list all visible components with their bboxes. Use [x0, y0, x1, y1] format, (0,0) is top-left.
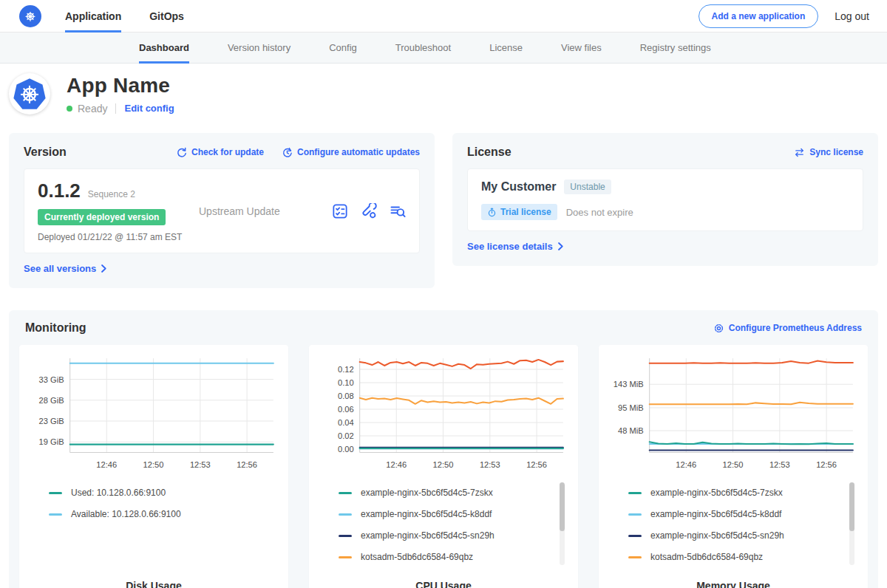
- tab-config[interactable]: Config: [329, 33, 357, 64]
- legend-item: example-nginx-5bc6f5d4c5-sn29h: [339, 525, 569, 547]
- svg-text:12:50: 12:50: [723, 460, 744, 469]
- svg-text:143 MiB: 143 MiB: [614, 380, 644, 389]
- disk-usage-chart-card: 12:4612:5012:5312:5619 GiB23 GiB28 GiB33…: [19, 345, 288, 588]
- deploy-logs-icon[interactable]: [390, 203, 406, 219]
- svg-text:12:46: 12:46: [386, 460, 407, 469]
- svg-text:23 GiB: 23 GiB: [39, 417, 64, 425]
- legend-series-label: Used: 10.128.0.66:9100: [71, 488, 166, 498]
- legend-series-label: example-nginx-5bc6f5d4c5-sn29h: [650, 530, 784, 541]
- legend-series-label: example-nginx-5bc6f5d4c5-7zskx: [361, 488, 493, 498]
- chart-title-memory: Memory Usage: [606, 572, 860, 588]
- see-all-versions-label: See all versions: [24, 263, 96, 274]
- cpu-usage-chart-card: 12:4612:5012:5312:560.000.020.040.060.08…: [309, 345, 578, 588]
- top-nav: Application GitOps Add a new application…: [0, 0, 887, 33]
- svg-text:48 MiB: 48 MiB: [618, 426, 644, 435]
- version-source-label: Upstream Update: [199, 205, 280, 217]
- divider: [115, 103, 116, 114]
- chart-title-disk: Disk Usage: [27, 572, 281, 588]
- legend-item: example-nginx-5bc6f5d4c5-7zskx: [339, 482, 569, 504]
- legend-series-label: kotsadm-5db6dc6584-69qbz: [361, 552, 473, 562]
- scrollbar-thumb[interactable]: [849, 482, 854, 531]
- preflight-checks-icon[interactable]: [332, 203, 348, 219]
- tab-troubleshoot[interactable]: Troubleshoot: [395, 33, 451, 64]
- chart-title-cpu: CPU Usage: [316, 572, 571, 588]
- legend-series-dash: [339, 492, 352, 494]
- sync-arrows-icon: [794, 147, 805, 158]
- legend-series-label: Available: 10.128.0.66:9100: [71, 509, 181, 519]
- svg-text:0.02: 0.02: [338, 431, 354, 440]
- tab-dashboard[interactable]: Dashboard: [139, 33, 189, 64]
- disk-usage-chart: 12:4612:5012:5312:5619 GiB23 GiB28 GiB33…: [27, 354, 281, 476]
- edit-config-link[interactable]: Edit config: [124, 103, 174, 114]
- tab-license[interactable]: License: [489, 33, 523, 64]
- legend-series-label: example-nginx-5bc6f5d4c5-7zskx: [650, 488, 783, 498]
- topnav-tab-gitops[interactable]: GitOps: [149, 0, 184, 33]
- svg-text:12:46: 12:46: [676, 460, 696, 469]
- config-wrench-icon[interactable]: [361, 203, 377, 219]
- schedule-update-icon: [282, 147, 293, 158]
- chevron-right-icon: [558, 242, 563, 250]
- channel-badge: Unstable: [564, 180, 611, 194]
- kubernetes-logo-icon[interactable]: [19, 5, 41, 27]
- current-version-card: 0.1.2 Sequence 2 Currently deployed vers…: [24, 168, 420, 253]
- legend-scrollbar[interactable]: [560, 482, 565, 565]
- legend-series-label: example-nginx-5bc6f5d4c5-k8ddf: [361, 509, 492, 519]
- svg-text:19 GiB: 19 GiB: [39, 437, 64, 446]
- legend-item: example-nginx-5bc6f5d4c5-7zskx: [628, 482, 859, 504]
- legend-item: example-nginx-5bc6f5d4c5-k8ddf: [628, 504, 859, 525]
- see-all-versions-link[interactable]: See all versions: [24, 263, 106, 274]
- svg-text:0.00: 0.00: [338, 445, 354, 454]
- svg-text:0.10: 0.10: [338, 378, 354, 387]
- svg-text:0.04: 0.04: [338, 418, 354, 427]
- legend-item: Used: 10.128.0.66:9100: [49, 482, 279, 504]
- legend-series-dash: [339, 535, 352, 537]
- svg-text:12:53: 12:53: [769, 460, 790, 469]
- legend-series-dash: [49, 492, 62, 494]
- configure-prometheus-link[interactable]: Configure Prometheus Address: [713, 323, 862, 334]
- add-application-button[interactable]: Add a new application: [699, 4, 819, 28]
- cpu-usage-legend: example-nginx-5bc6f5d4c5-7zskxexample-ng…: [339, 482, 569, 572]
- monitoring-section: Monitoring Configure Prometheus Address …: [9, 310, 878, 588]
- check-for-update-label: Check for update: [191, 147, 264, 157]
- cpu-usage-chart: 12:4612:5012:5312:560.000.020.040.060.08…: [316, 354, 571, 476]
- svg-text:12:53: 12:53: [190, 460, 211, 469]
- sequence-label: Sequence 2: [88, 189, 135, 199]
- license-card-title: License: [467, 146, 512, 159]
- license-card: License Sync license My Customer Unstabl…: [452, 133, 878, 266]
- legend-series-label: example-nginx-5bc6f5d4c5-k8ddf: [650, 509, 781, 519]
- legend-series-dash: [628, 492, 642, 494]
- version-card-title: Version: [24, 146, 67, 159]
- sync-license-link[interactable]: Sync license: [794, 147, 863, 158]
- topnav-tab-application[interactable]: Application: [65, 0, 121, 33]
- logout-button[interactable]: Log out: [835, 10, 869, 22]
- svg-text:12:56: 12:56: [237, 460, 257, 469]
- memory-usage-chart-card: 12:4612:5012:5312:5648 MiB95 MiB143 MiB …: [599, 345, 868, 588]
- legend-series-dash: [339, 513, 352, 516]
- legend-series-label: kotsadm-5db6dc6584-69qbz: [650, 552, 763, 562]
- svg-text:28 GiB: 28 GiB: [39, 396, 64, 405]
- legend-scrollbar[interactable]: [849, 482, 854, 565]
- see-license-details-label: See license details: [467, 241, 553, 252]
- trial-license-label: Trial license: [500, 207, 551, 217]
- legend-item: example-nginx-5bc6f5d4c5-k8ddf: [339, 504, 569, 525]
- configure-prometheus-label: Configure Prometheus Address: [729, 323, 862, 333]
- svg-text:12:53: 12:53: [480, 460, 500, 469]
- ready-status-dot: [67, 106, 72, 112]
- customer-name: My Customer: [481, 180, 556, 194]
- legend-item: Available: 10.128.0.66:9100: [49, 504, 279, 525]
- app-kubernetes-icon: [9, 73, 50, 114]
- monitoring-title: Monitoring: [25, 321, 86, 335]
- tab-view-files[interactable]: View files: [561, 33, 602, 64]
- scrollbar-thumb[interactable]: [560, 482, 565, 531]
- see-license-details-link[interactable]: See license details: [467, 241, 563, 252]
- configure-automatic-updates-link[interactable]: Configure automatic updates: [282, 147, 420, 158]
- tab-version-history[interactable]: Version history: [228, 33, 290, 64]
- check-for-update-link[interactable]: Check for update: [176, 147, 264, 158]
- tab-registry-settings[interactable]: Registry settings: [640, 33, 711, 64]
- legend-item: example-nginx-5bc6f5d4c5-sn29h: [628, 525, 859, 547]
- svg-text:12:56: 12:56: [526, 460, 547, 469]
- sync-license-label: Sync license: [809, 147, 863, 157]
- legend-item: kotsadm-5db6dc6584-69qbz: [339, 547, 569, 568]
- memory-usage-chart: 12:4612:5012:5312:5648 MiB95 MiB143 MiB: [606, 354, 860, 476]
- configure-automatic-updates-label: Configure automatic updates: [297, 147, 420, 157]
